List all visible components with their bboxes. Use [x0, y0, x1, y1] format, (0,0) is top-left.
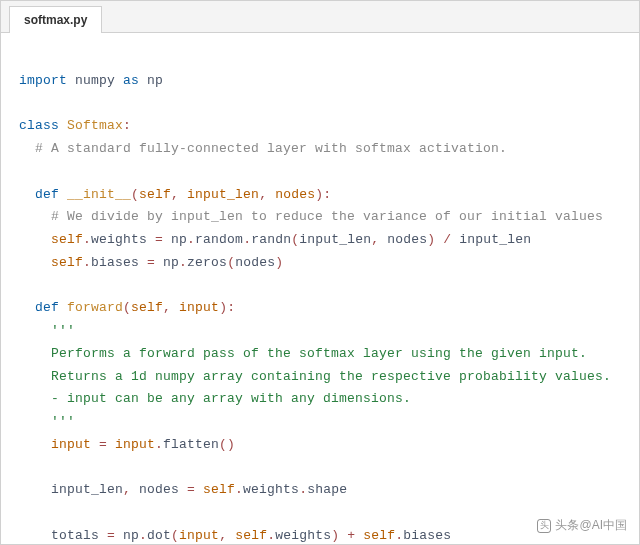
line-1: import numpy as np — [19, 73, 163, 88]
id-nodes: nodes — [139, 482, 179, 497]
id-input: input — [51, 437, 91, 452]
op-lparen: ( — [131, 187, 139, 202]
kw-def: def — [35, 300, 59, 315]
line-11: def forward(self, input): — [35, 300, 235, 315]
op-plus: + — [339, 528, 363, 543]
id-np: np — [147, 73, 163, 88]
id-biases: biases — [403, 528, 451, 543]
arg-input: input — [179, 528, 219, 543]
op-lparen: ( — [291, 232, 299, 247]
arg-nodes: nodes — [235, 255, 275, 270]
op-colon: : — [323, 187, 331, 202]
id-np: np — [123, 528, 139, 543]
id-shape: shape — [307, 482, 347, 497]
fn-forward: forward — [67, 300, 123, 315]
kw-import: import — [19, 73, 67, 88]
op-lparen: ( — [171, 528, 179, 543]
id-zeros: zeros — [187, 255, 227, 270]
op-dot: . — [187, 232, 195, 247]
class-name: Softmax — [67, 118, 123, 133]
param-self: self — [139, 187, 171, 202]
op-dot: . — [155, 437, 163, 452]
line-21: totals = np.dot(input, self.weights) + s… — [51, 528, 451, 543]
line-8: self.weights = np.random.randn(input_len… — [51, 232, 531, 247]
id-input-len: input_len — [459, 232, 531, 247]
kw-class: class — [19, 118, 59, 133]
id-biases: biases — [91, 255, 139, 270]
id-weights: weights — [275, 528, 331, 543]
param-input: input — [179, 300, 219, 315]
op-eq: = — [99, 528, 123, 543]
op-dot: . — [235, 482, 243, 497]
id-numpy: numpy — [75, 73, 115, 88]
op-dot: . — [83, 255, 91, 270]
op-comma: , — [123, 482, 139, 497]
op-dot: . — [139, 528, 147, 543]
id-flatten: flatten — [163, 437, 219, 452]
op-lparen: ( — [123, 300, 131, 315]
id-np: np — [171, 232, 187, 247]
op-comma: , — [259, 187, 275, 202]
id-dot: dot — [147, 528, 171, 543]
op-dot: . — [83, 232, 91, 247]
op-dot: . — [299, 482, 307, 497]
op-dot: . — [267, 528, 275, 543]
id-randn: randn — [251, 232, 291, 247]
op-comma: , — [371, 232, 387, 247]
param-nodes: nodes — [275, 187, 315, 202]
kw-as: as — [123, 73, 139, 88]
arg-nodes: nodes — [387, 232, 427, 247]
line-17: input = input.flatten() — [51, 437, 235, 452]
id-random: random — [195, 232, 243, 247]
op-eq: = — [91, 437, 115, 452]
tab-softmax[interactable]: softmax.py — [9, 6, 102, 33]
line-15-doc: - input can be any array with any dimens… — [51, 391, 411, 406]
line-19: input_len, nodes = self.weights.shape — [51, 482, 347, 497]
arg-input-len: input_len — [299, 232, 371, 247]
op-rparen: ) — [227, 437, 235, 452]
op-rparen: ) — [219, 300, 227, 315]
fn-init: __init__ — [67, 187, 131, 202]
line-16-docstring-close: ''' — [51, 414, 75, 429]
line-12-docstring-open: ''' — [51, 323, 75, 338]
line-6: def __init__(self, input_len, nodes): — [35, 187, 331, 202]
id-input-len: input_len — [51, 482, 123, 497]
tab-bar: softmax.py — [1, 1, 639, 33]
op-rparen: ) — [315, 187, 323, 202]
op-lparen: ( — [227, 255, 235, 270]
line-14-doc: Returns a 1d numpy array containing the … — [51, 369, 611, 384]
param-input-len: input_len — [187, 187, 259, 202]
toutiao-icon: 头 — [537, 519, 551, 533]
id-weights: weights — [91, 232, 147, 247]
line-3: class Softmax: — [19, 118, 131, 133]
op-eq: = — [147, 232, 171, 247]
op-comma: , — [219, 528, 235, 543]
op-colon: : — [227, 300, 235, 315]
id-input: input — [115, 437, 155, 452]
code-block: import numpy as np class Softmax: # A st… — [1, 33, 639, 545]
id-self: self — [203, 482, 235, 497]
kw-def: def — [35, 187, 59, 202]
line-7-comment: # We divide by input_len to reduce the v… — [51, 209, 603, 224]
op-lparen: ( — [219, 437, 227, 452]
line-13-doc: Performs a forward pass of the softmax l… — [51, 346, 587, 361]
id-self: self — [235, 528, 267, 543]
id-self: self — [51, 255, 83, 270]
line-4-comment: # A standard fully-connected layer with … — [35, 141, 507, 156]
watermark-text: 头条@AI中国 — [555, 517, 627, 534]
op-comma: , — [163, 300, 179, 315]
op-rparen: ) — [331, 528, 339, 543]
line-9: self.biases = np.zeros(nodes) — [51, 255, 283, 270]
id-weights: weights — [243, 482, 299, 497]
param-self: self — [131, 300, 163, 315]
watermark: 头 头条@AI中国 — [537, 517, 627, 534]
op-eq: = — [179, 482, 203, 497]
op-dot: . — [179, 255, 187, 270]
id-np: np — [163, 255, 179, 270]
id-self: self — [363, 528, 395, 543]
op-comma: , — [171, 187, 187, 202]
op-rparen: ) — [275, 255, 283, 270]
op-div: / — [435, 232, 459, 247]
op-eq: = — [139, 255, 163, 270]
op-dot: . — [243, 232, 251, 247]
